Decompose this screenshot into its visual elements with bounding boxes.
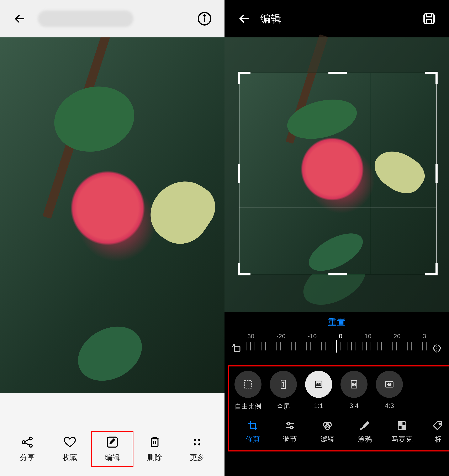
aspect-ratio-row: 自由比例 全屏 1:1 1:1 <box>231 369 443 412</box>
photo-viewport[interactable] <box>0 37 225 393</box>
svg-point-4 <box>29 437 32 440</box>
share-label: 分享 <box>20 453 35 463</box>
ratio-fullscreen-label: 全屏 <box>277 402 290 411</box>
svg-text:4:3: 4:3 <box>387 383 392 386</box>
right-top-bar: 编辑 <box>225 0 449 37</box>
crop-handle-br[interactable] <box>425 263 438 275</box>
crop-handle-bottom[interactable] <box>329 273 347 275</box>
ratio-free[interactable]: 自由比例 <box>234 371 261 411</box>
ratio-3-4[interactable]: 3:4 3:4 <box>341 371 368 411</box>
crop-handle-top[interactable] <box>329 72 347 74</box>
rotation-ruler[interactable]: 30 -20 -10 0 10 20 3 <box>247 333 427 364</box>
tab-doodle-label: 涂鸦 <box>358 434 372 444</box>
svg-point-12 <box>194 439 196 441</box>
brush-icon <box>359 420 371 431</box>
svg-line-7 <box>25 442 29 445</box>
svg-point-15 <box>198 443 200 445</box>
svg-point-5 <box>29 444 32 447</box>
svg-point-13 <box>198 439 200 441</box>
svg-rect-17 <box>426 19 432 24</box>
svg-rect-37 <box>398 422 402 426</box>
tab-crop-label: 修剪 <box>246 434 260 444</box>
tag-icon <box>432 420 439 431</box>
more-label: 更多 <box>190 453 205 463</box>
svg-text:3:4: 3:4 <box>352 383 356 386</box>
share-button[interactable]: 分享 <box>6 436 49 463</box>
reset-button[interactable]: 重置 <box>328 316 346 328</box>
svg-point-32 <box>290 426 293 429</box>
rotate-icon[interactable] <box>231 342 242 354</box>
crop-handle-left[interactable] <box>238 164 240 183</box>
tab-crop[interactable]: 修剪 <box>234 420 272 444</box>
tab-adjust-label: 调节 <box>283 434 297 444</box>
sliders-icon <box>284 420 296 431</box>
svg-line-6 <box>25 439 29 442</box>
trash-icon <box>148 436 161 449</box>
ratio-1-1[interactable]: 1:1 1:1 <box>305 371 332 411</box>
reset-row: 重置 <box>225 312 449 333</box>
crop-handle-right[interactable] <box>436 164 438 183</box>
edit-icon <box>106 436 119 449</box>
info-button[interactable] <box>197 11 212 26</box>
crop-frame[interactable] <box>239 73 437 274</box>
crop-handle-tr[interactable] <box>425 72 438 84</box>
left-top-bar <box>0 0 225 37</box>
back-button[interactable] <box>12 11 28 26</box>
tab-mosaic[interactable]: 马赛克 <box>384 420 421 444</box>
svg-point-39 <box>439 423 440 425</box>
edit-button[interactable]: 编辑 <box>91 431 133 467</box>
share-icon <box>21 436 34 449</box>
tab-filter-label: 滤镜 <box>320 434 335 444</box>
editor-title: 编辑 <box>260 12 413 26</box>
ratio-and-tabs-panel: 自由比例 全屏 1:1 1:1 <box>225 364 449 453</box>
tab-doodle[interactable]: 涂鸦 <box>346 420 384 444</box>
back-button[interactable] <box>237 11 252 26</box>
editor-screen: 编辑 <box>225 0 449 476</box>
svg-rect-38 <box>402 426 406 430</box>
tab-filter[interactable]: 滤镜 <box>309 420 346 444</box>
ruler-labels: 30 -20 -10 0 10 20 3 <box>247 333 427 340</box>
ratio-fullscreen[interactable]: 全屏 <box>270 371 297 411</box>
ratio-3-4-label: 3:4 <box>349 402 358 410</box>
save-button[interactable] <box>421 11 437 26</box>
filter-icon <box>322 420 333 431</box>
crop-handle-tl[interactable] <box>238 72 250 84</box>
svg-point-2 <box>204 15 205 16</box>
tab-mark-label: 标 <box>435 434 442 444</box>
left-toolbar: 分享 收藏 编辑 <box>0 422 225 476</box>
svg-point-30 <box>288 423 290 425</box>
favorite-label: 收藏 <box>62 453 77 463</box>
tab-adjust[interactable]: 调节 <box>272 420 309 444</box>
ratio-4-3-label: 4:3 <box>385 402 394 410</box>
gallery-viewer-screen: 分享 收藏 编辑 <box>0 0 225 476</box>
edit-tabs: 修剪 调节 滤镜 <box>231 412 443 448</box>
tab-mosaic-label: 马赛克 <box>392 434 413 444</box>
crop-canvas[interactable] <box>225 37 449 312</box>
mosaic-icon <box>396 420 408 431</box>
ratio-free-label: 自由比例 <box>235 402 261 411</box>
ratio-4-3[interactable]: 4:3 4:3 <box>376 371 403 411</box>
crop-handle-bl[interactable] <box>238 263 250 275</box>
favorite-button[interactable]: 收藏 <box>49 436 91 463</box>
svg-rect-18 <box>235 346 240 352</box>
svg-rect-9 <box>151 439 158 447</box>
ratio-1-1-label: 1:1 <box>314 402 323 410</box>
svg-text:1:1: 1:1 <box>317 383 321 386</box>
delete-label: 删除 <box>147 453 162 463</box>
photo-title-blurred <box>28 10 197 27</box>
svg-point-3 <box>22 441 25 443</box>
rotation-slider-row: 30 -20 -10 0 10 20 3 <box>225 333 449 364</box>
mirror-icon[interactable] <box>431 342 443 354</box>
crop-icon <box>247 420 259 431</box>
more-button[interactable]: 更多 <box>176 436 218 463</box>
svg-rect-20 <box>244 381 252 388</box>
heart-icon <box>63 436 76 449</box>
more-icon <box>190 436 204 449</box>
svg-point-14 <box>194 443 196 445</box>
edit-label: 编辑 <box>105 453 120 463</box>
tab-mark[interactable]: 标 <box>421 420 439 444</box>
delete-button[interactable]: 删除 <box>133 436 176 463</box>
ruler-needle[interactable] <box>336 340 337 352</box>
